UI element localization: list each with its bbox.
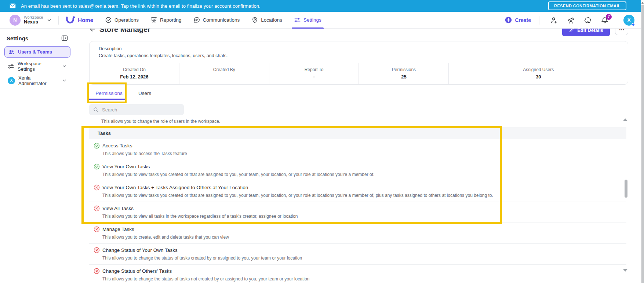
denied-x-icon	[94, 226, 100, 232]
nav-item-reporting[interactable]: Reporting	[150, 12, 182, 28]
users-icon	[8, 49, 15, 55]
list-scroll-up-arrow[interactable]	[623, 118, 627, 121]
window-scroll-up-arrow[interactable]	[641, 2, 644, 4]
tab-users[interactable]: Users	[137, 86, 153, 100]
permissions-list: Tasks Access Tasks This allows you to ac…	[89, 127, 626, 283]
search-icon	[93, 107, 99, 113]
permission-description: This allows you to create, edit and dele…	[102, 235, 618, 240]
permission-row-access-tasks[interactable]: Access Tasks This allows you to access t…	[89, 139, 626, 160]
nav-item-operations[interactable]: Operations	[105, 12, 139, 28]
permission-row-manage-tasks[interactable]: Manage Tasks This allows you to create, …	[89, 223, 626, 244]
chevron-down-icon	[47, 18, 52, 23]
nav-label: Communications	[203, 17, 240, 23]
granted-check-icon	[94, 163, 100, 170]
resend-confirmation-email-button[interactable]: RESEND CONFIRMATION EMAIL	[548, 1, 626, 10]
meta-permissions: Permissions 25	[359, 63, 448, 84]
sidebar-item-users-teams[interactable]: Users & Teams	[4, 46, 70, 58]
back-button[interactable]	[89, 29, 96, 33]
sliders-icon	[8, 63, 14, 70]
permission-description: This allows you to change the status of …	[102, 256, 618, 261]
create-label: Create	[515, 17, 531, 23]
pencil-icon	[569, 29, 574, 33]
workspace-name: Nexus	[24, 19, 43, 25]
arrow-left-icon	[89, 29, 96, 33]
chevron-down-icon	[62, 78, 67, 83]
denied-x-icon	[94, 247, 100, 253]
sidebar-item-label: Workspace Settings	[18, 61, 58, 72]
permission-row-view-own-plus-others-tasks[interactable]: View Your Own Tasks + Tasks Assigned to …	[89, 181, 626, 202]
permission-row-view-your-own-tasks[interactable]: View Your Own Tasks This allows you to v…	[89, 160, 626, 181]
notifications-button[interactable]: 7	[601, 16, 608, 24]
telescope-button[interactable]	[567, 16, 575, 24]
permission-title: Change Status of Your Own Tasks	[102, 247, 178, 253]
nav-item-communications[interactable]: Communications	[193, 12, 240, 28]
permission-description: This allows you to view tasks you create…	[102, 172, 618, 177]
description-text: Create tasks, operations templates, loca…	[99, 53, 619, 58]
meta-created-on: Created On Feb 12, 2026	[90, 63, 179, 84]
window-scrollbar[interactable]	[641, 0, 644, 283]
chat-icon	[193, 16, 200, 23]
collapse-sidebar-button[interactable]	[61, 34, 68, 42]
search-input[interactable]	[102, 107, 180, 113]
nav-item-home[interactable]: Home	[65, 12, 93, 28]
sidebar-item-label: Users & Teams	[18, 49, 52, 55]
meta-created-by: Created By	[179, 63, 269, 84]
permission-title: View Your Own Tasks + Tasks Assigned to …	[102, 185, 248, 190]
permission-description: This allows you to change the status of …	[102, 276, 618, 282]
permission-title: Manage Tasks	[102, 227, 134, 232]
permission-title: Change Status of Others' Tasks	[102, 268, 172, 274]
description-label: Description	[99, 46, 619, 51]
map-pin-icon	[251, 16, 258, 23]
nav-item-locations[interactable]: Locations	[251, 12, 282, 28]
nav-label: Home	[78, 17, 93, 23]
plus-circle-icon	[505, 16, 512, 23]
denied-x-icon	[94, 184, 100, 191]
more-options-button[interactable]: ⋯	[615, 29, 628, 35]
xenia-admin-avatar: X	[8, 77, 15, 84]
workspace-switcher[interactable]: N Workspace Nexus	[10, 15, 52, 26]
list-scrollbar-thumb[interactable]	[625, 180, 627, 198]
window-scrollbar-thumb[interactable]	[641, 5, 644, 283]
nav-item-settings[interactable]: Settings	[294, 12, 321, 28]
list-scroll-down-arrow[interactable]	[623, 269, 627, 272]
create-button[interactable]: Create	[505, 16, 531, 23]
nav-label: Operations	[114, 17, 139, 23]
invite-user-button[interactable]	[550, 16, 558, 24]
xenia-logo-icon	[65, 16, 75, 24]
notification-badge: 7	[606, 14, 612, 20]
denied-x-icon	[94, 268, 100, 274]
sidebar-item-workspace-settings[interactable]: Workspace Settings	[4, 60, 70, 72]
nav-divider	[616, 16, 616, 25]
permission-title: Access Tasks	[102, 143, 132, 148]
envelope-icon	[10, 3, 16, 8]
telescope-icon	[567, 16, 575, 24]
permission-row-change-status-others-tasks[interactable]: Change Status of Others' Tasks This allo…	[89, 265, 626, 283]
user-initial: X	[627, 17, 631, 23]
permission-description: This allows you to access the Tasks feat…	[102, 151, 618, 156]
banner-message: An email has been sent to sales@xenia.te…	[21, 3, 261, 9]
permission-row-change-status-own-tasks[interactable]: Change Status of Your Own Tasks This all…	[89, 244, 626, 265]
sliders-icon	[294, 16, 301, 23]
permission-row-view-all-tasks[interactable]: View All Tasks This allows you to view a…	[89, 202, 626, 223]
section-header-tasks: Tasks	[89, 127, 626, 139]
meta-assigned-users: Assigned Users 30	[448, 63, 628, 84]
invite-user-icon	[550, 16, 558, 24]
permission-title: View Your Own Tasks	[102, 164, 150, 169]
permission-description: This allows you to view tasks you create…	[102, 193, 618, 198]
confirmation-banner: An email has been sent to sales@xenia.te…	[0, 0, 644, 12]
tab-permissions[interactable]: Permissions	[93, 86, 125, 100]
nav-label: Settings	[303, 17, 321, 23]
granted-check-icon	[94, 143, 100, 149]
panel-collapse-icon	[61, 34, 68, 42]
tab-bar: Permissions Users	[89, 86, 628, 100]
puzzle-icon	[584, 16, 592, 24]
edit-details-button[interactable]: Edit Details	[562, 29, 610, 36]
permission-title: View All Tasks	[102, 206, 134, 211]
user-avatar[interactable]: X	[623, 15, 634, 26]
integrations-button[interactable]	[584, 16, 592, 24]
page-header: Store Manager Edit Details ⋯	[89, 29, 628, 36]
sidebar-item-xenia-administrator[interactable]: X Xenia Administrator	[4, 75, 70, 86]
nav-label: Locations	[261, 17, 282, 23]
sidebar-item-label: Xenia Administrator	[18, 75, 58, 86]
role-meta-row: Created On Feb 12, 2026 Created By Repor…	[90, 63, 628, 84]
